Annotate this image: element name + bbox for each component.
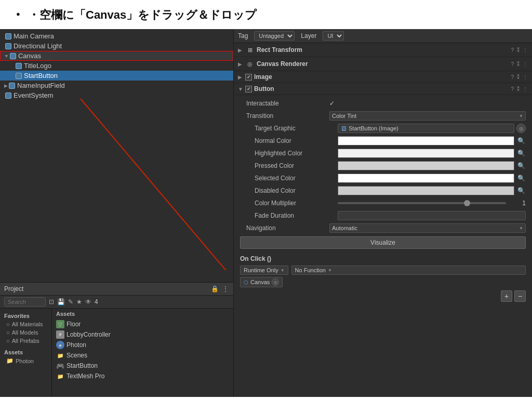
navigation-dropdown[interactable]: Automatic: [329, 223, 526, 233]
hierarchy-item-canvas[interactable]: ▼ Canvas: [0, 51, 233, 61]
filter-icon[interactable]: ✎: [68, 298, 73, 305]
pressed-color-swatch[interactable]: [338, 161, 514, 170]
button-settings[interactable]: ⁑: [517, 86, 520, 92]
sidebar-photon[interactable]: 📁 Photon: [0, 356, 51, 365]
fade-duration-input[interactable]: 0.1: [338, 211, 526, 220]
add-onclick-btn[interactable]: +: [501, 290, 512, 302]
hierarchy-item-titlelogo[interactable]: TitleLogo: [0, 61, 233, 71]
image-enabled-checkbox[interactable]: ✓: [245, 74, 252, 81]
asset-floor[interactable]: ▽ Floor: [56, 319, 229, 329]
all-models-icon: ○: [6, 329, 10, 336]
textmesh-folder-icon: 📁: [56, 372, 64, 380]
button-menu[interactable]: ⋮: [523, 86, 528, 92]
more-icon[interactable]: ⋮: [222, 285, 229, 293]
interactable-label: Interactable: [246, 100, 329, 107]
image-help[interactable]: ?: [511, 74, 514, 80]
button-name: Button: [254, 85, 511, 92]
floor-icon: ▽: [56, 320, 64, 328]
rect-transform-help[interactable]: ?: [511, 47, 514, 53]
transition-dropdown[interactable]: Color Tint: [329, 111, 526, 121]
project-toolbar: ⊡ 💾 ✎ ★ 👁 4: [0, 296, 233, 309]
slider-track[interactable]: [338, 202, 506, 204]
canvas-renderer-help[interactable]: ?: [511, 61, 514, 67]
photon-folder-icon: 📁: [6, 357, 14, 364]
hierarchy-item-main-camera[interactable]: Main Camera: [0, 31, 233, 41]
scenes-folder-icon: 📁: [56, 351, 64, 360]
asset-start-button[interactable]: 🎮 StartButton: [56, 361, 229, 371]
image-menu[interactable]: ⋮: [523, 74, 528, 80]
hierarchy-item-directional-light[interactable]: Directional Light: [0, 41, 233, 51]
disabled-color-eyedropper[interactable]: 🔍: [516, 186, 526, 195]
pressed-color-eyedropper[interactable]: 🔍: [516, 161, 526, 170]
slider-thumb[interactable]: [464, 200, 470, 206]
asset-lobby-controller[interactable]: # LobbyController: [56, 329, 229, 340]
all-prefabs-label: All Prefabs: [12, 338, 39, 344]
hierarchy-item-event-system[interactable]: EventSystem: [0, 90, 233, 100]
remove-onclick-btn[interactable]: −: [514, 290, 526, 302]
selected-color-row: Selected Color 🔍: [234, 172, 532, 184]
sidebar-all-materials[interactable]: ○ All Materials: [0, 320, 51, 328]
page-header: ・ ・空欄に「Canvas」をドラッグ＆ドロップ: [0, 0, 532, 29]
canvas-renderer-settings[interactable]: ⁑: [517, 61, 520, 67]
all-models-label: All Models: [12, 329, 38, 336]
rect-transform-expand[interactable]: ▶: [238, 47, 245, 53]
target-graphic-pick-btn[interactable]: ◎: [516, 124, 526, 133]
runtime-only-label: Runtime Only: [244, 267, 278, 273]
asset-photon[interactable]: ● Photon: [56, 340, 229, 350]
normal-color-swatch[interactable]: [338, 136, 514, 145]
lock-icon[interactable]: 🔒: [211, 285, 219, 292]
canvas-renderer-row[interactable]: ▶ ◎ Canvas Renderer ? ⁑ ⋮: [234, 57, 532, 71]
save-icon[interactable]: 💾: [57, 298, 65, 305]
visualize-button[interactable]: Visualize: [240, 236, 526, 249]
rect-transform-menu[interactable]: ⋮: [523, 47, 528, 53]
favorites-title: Favorites: [0, 312, 51, 320]
normal-color-eyedropper[interactable]: 🔍: [516, 136, 526, 145]
button-enabled-checkbox[interactable]: ✓: [245, 86, 252, 92]
star-icon[interactable]: ★: [76, 298, 82, 305]
target-graphic-field[interactable]: 🖼 StartButton (Image): [338, 124, 514, 133]
hierarchy-panel: Main Camera Directional Light ▼ Canvas: [0, 29, 233, 283]
eye-icon[interactable]: 👁: [85, 298, 91, 305]
tag-dropdown[interactable]: Untagged: [254, 31, 295, 41]
image-expand[interactable]: ▶: [238, 74, 245, 80]
highlighted-color-eyedropper[interactable]: 🔍: [516, 149, 526, 158]
asset-textmesh[interactable]: 📁 TextMesh Pro: [56, 371, 229, 381]
photon-label: Photon: [16, 358, 34, 364]
hierarchy-item-name-input-field[interactable]: ▶ NameInputField: [0, 81, 233, 90]
button-expand[interactable]: ▼: [238, 86, 245, 92]
layer-dropdown[interactable]: UI: [323, 31, 344, 41]
rect-transform-settings[interactable]: ⁑: [517, 47, 520, 53]
image-name: Image: [254, 73, 511, 81]
canvas-renderer-expand[interactable]: ▶: [238, 61, 245, 67]
project-sidebar: Favorites ○ All Materials ○ All Models ○…: [0, 309, 52, 397]
canvas-obj-pick-btn[interactable]: ◎: [272, 278, 279, 286]
onclick-header: On Click (): [240, 255, 526, 262]
interactable-checkbox[interactable]: ✓: [329, 100, 335, 107]
all-prefabs-icon: ○: [6, 338, 10, 344]
image-row[interactable]: ▶ ✓ Image ? ⁑ ⋮: [234, 71, 532, 83]
asset-scenes[interactable]: 📁 Scenes: [56, 350, 229, 361]
disabled-color-swatch[interactable]: [338, 186, 514, 195]
normal-color-value: 🔍: [338, 136, 526, 145]
no-function-dropdown[interactable]: No Function: [291, 265, 526, 275]
cube-icon-start-button: [16, 73, 22, 79]
highlighted-color-swatch[interactable]: [338, 149, 514, 158]
canvas-renderer-name: Canvas Renderer: [257, 60, 511, 68]
canvas-renderer-menu[interactable]: ⋮: [523, 61, 528, 67]
selected-color-eyedropper[interactable]: 🔍: [516, 174, 526, 183]
cube-icon-main-camera: [5, 33, 11, 39]
all-materials-label: All Materials: [12, 321, 43, 327]
runtime-only-dropdown[interactable]: Runtime Only: [240, 265, 288, 275]
main-area: Main Camera Directional Light ▼ Canvas: [0, 29, 532, 397]
sidebar-all-models[interactable]: ○ All Models: [0, 328, 51, 337]
canvas-object-field[interactable]: ⬡ Canvas ◎: [240, 277, 283, 287]
search-input[interactable]: [4, 297, 46, 307]
button-row[interactable]: ▼ ✓ Button ? ⁑ ⋮: [234, 83, 532, 95]
hierarchy-item-start-button[interactable]: StartButton: [0, 71, 233, 81]
rect-transform-row[interactable]: ▶ ⊞ Rect Transform ? ⁑ ⋮: [234, 43, 532, 57]
selected-color-swatch[interactable]: [338, 174, 514, 183]
refresh-icon[interactable]: ⊡: [49, 298, 54, 305]
image-settings[interactable]: ⁑: [517, 74, 520, 80]
sidebar-all-prefabs[interactable]: ○ All Prefabs: [0, 337, 51, 345]
button-help[interactable]: ?: [511, 86, 514, 92]
